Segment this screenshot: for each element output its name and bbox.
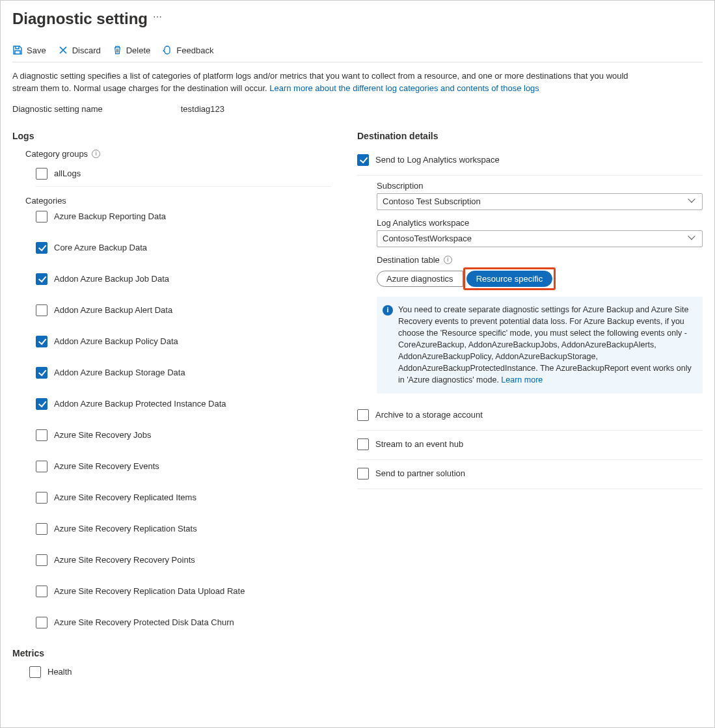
subscription-value: Contoso Test Subscription: [383, 196, 481, 206]
delete-label: Delete: [126, 46, 151, 55]
save-button[interactable]: Save: [12, 45, 46, 55]
info-icon[interactable]: i: [444, 256, 452, 264]
category-label: Core Azure Backup Data: [54, 243, 147, 252]
destination-option-row: Stream to an event hub: [357, 433, 703, 460]
category-label: Azure Site Recovery Protected Disk Data …: [54, 617, 234, 627]
category-label: Azure Site Recovery Replication Stats: [54, 524, 197, 533]
checkbox-category[interactable]: [36, 211, 47, 222]
info-text: You need to create separate diagnostic s…: [398, 305, 692, 385]
metrics-heading: Metrics: [12, 648, 331, 658]
checkbox-category[interactable]: [36, 617, 47, 628]
description-learn-more-link[interactable]: Learn more about the different log categ…: [269, 83, 539, 93]
destination-label: Archive to a storage account: [375, 410, 483, 420]
info-icon: i: [383, 305, 393, 316]
toggle-azure-diagnostics[interactable]: Azure diagnostics: [377, 271, 463, 287]
description: A diagnostic setting specifies a list of…: [12, 70, 637, 95]
checkbox-category[interactable]: [36, 273, 47, 285]
checkbox-category[interactable]: [36, 523, 47, 535]
checkbox-alllogs[interactable]: [36, 168, 47, 180]
checkbox-category[interactable]: [36, 429, 47, 441]
destination-option-row: Send to partner solution: [357, 463, 703, 489]
categories-label: Categories: [25, 196, 331, 206]
info-panel: i You need to create separate diagnostic…: [377, 297, 703, 394]
destination-heading: Destination details: [357, 131, 703, 141]
toggle-resource-specific[interactable]: Resource specific: [466, 271, 553, 287]
checkbox-destination[interactable]: [357, 438, 369, 450]
category-label: Azure Backup Reporting Data: [54, 211, 166, 221]
checkbox-category[interactable]: [36, 398, 47, 410]
workspace-label: Log Analytics workspace: [377, 218, 703, 228]
destination-label: Stream to an event hub: [375, 439, 463, 449]
category-row: Addon Azure Backup Protected Instance Da…: [36, 398, 331, 410]
chevron-down-icon: [689, 198, 697, 206]
chevron-down-icon: [689, 235, 697, 243]
category-label: Azure Site Recovery Replication Data Upl…: [54, 586, 245, 596]
category-label: Addon Azure Backup Storage Data: [54, 368, 185, 377]
checkbox-destination[interactable]: [357, 468, 369, 479]
info-learn-more-link[interactable]: Learn more: [501, 375, 543, 384]
feedback-icon: [162, 45, 172, 55]
checkbox-category[interactable]: [36, 304, 47, 316]
destination-option-row: Archive to a storage account: [357, 404, 703, 431]
discard-button[interactable]: Discard: [58, 45, 101, 55]
checkbox-category[interactable]: [36, 461, 47, 472]
more-menu-icon[interactable]: ⋯: [153, 12, 162, 26]
category-label: Addon Azure Backup Alert Data: [54, 305, 172, 315]
delete-button[interactable]: Delete: [113, 45, 151, 55]
divider: [12, 62, 703, 62]
checkbox-health[interactable]: [29, 666, 41, 678]
setting-name-label: Diagnostic setting name: [12, 104, 103, 114]
delete-icon: [113, 45, 122, 55]
setting-name-value: testdiag123: [181, 104, 224, 114]
logs-heading: Logs: [12, 131, 331, 141]
category-label: Azure Site Recovery Replicated Items: [54, 492, 196, 502]
category-label: Azure Site Recovery Events: [54, 461, 159, 471]
category-groups-label: Category groups i: [25, 149, 331, 159]
category-label: Addon Azure Backup Protected Instance Da…: [54, 399, 226, 409]
checkbox-category[interactable]: [36, 336, 47, 347]
discard-label: Discard: [72, 46, 101, 55]
category-row: Azure Site Recovery Jobs: [36, 429, 331, 441]
category-label: Addon Azure Backup Job Data: [54, 274, 169, 284]
checkbox-send-to-law[interactable]: [357, 154, 369, 166]
subscription-label: Subscription: [377, 181, 703, 191]
checkbox-category[interactable]: [36, 554, 47, 566]
category-row: Azure Backup Reporting Data: [36, 211, 331, 222]
subscription-select[interactable]: Contoso Test Subscription: [377, 193, 703, 210]
send-to-law-label: Send to Log Analytics workspace: [375, 155, 500, 165]
info-icon[interactable]: i: [92, 150, 100, 158]
category-label: Addon Azure Backup Policy Data: [54, 336, 178, 346]
alllogs-label: allLogs: [54, 169, 81, 178]
category-row: Azure Site Recovery Events: [36, 461, 331, 472]
checkbox-category[interactable]: [36, 586, 47, 597]
checkbox-category[interactable]: [36, 492, 47, 504]
category-row: Azure Site Recovery Replicated Items: [36, 492, 331, 504]
category-row: Core Azure Backup Data: [36, 242, 331, 254]
feedback-button[interactable]: Feedback: [162, 45, 213, 55]
workspace-value: ContosoTestWorkspace: [383, 234, 472, 243]
feedback-label: Feedback: [176, 46, 213, 55]
category-row: Azure Site Recovery Recovery Points: [36, 554, 331, 566]
workspace-select[interactable]: ContosoTestWorkspace: [377, 230, 703, 247]
save-icon: [12, 45, 23, 55]
category-row: Azure Site Recovery Protected Disk Data …: [36, 617, 331, 628]
category-row: Addon Azure Backup Job Data: [36, 273, 331, 285]
toolbar: Save Discard Delete Feedback: [12, 45, 703, 55]
category-label: Azure Site Recovery Recovery Points: [54, 555, 195, 565]
category-label: Azure Site Recovery Jobs: [54, 430, 152, 440]
category-row: Azure Site Recovery Replication Data Upl…: [36, 586, 331, 597]
category-row: Addon Azure Backup Policy Data: [36, 336, 331, 347]
category-row: Addon Azure Backup Alert Data: [36, 304, 331, 316]
page-title: Diagnostic setting: [12, 10, 148, 28]
checkbox-destination[interactable]: [357, 409, 369, 421]
category-row: Azure Site Recovery Replication Stats: [36, 523, 331, 535]
checkbox-category[interactable]: [36, 367, 47, 379]
dest-table-label: Destination table: [377, 255, 440, 265]
discard-icon: [58, 45, 68, 55]
checkbox-category[interactable]: [36, 242, 47, 254]
destination-label: Send to partner solution: [375, 468, 465, 478]
category-row: Addon Azure Backup Storage Data: [36, 367, 331, 379]
metrics-health-label: Health: [47, 667, 72, 677]
save-label: Save: [27, 46, 46, 55]
highlight-box: Resource specific: [463, 267, 556, 290]
